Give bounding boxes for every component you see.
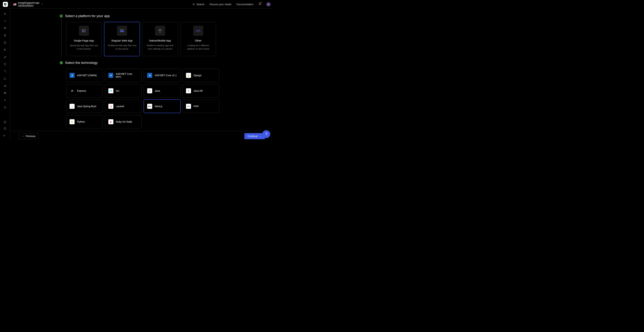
- platform-desc: Mobile or desktop app that runs natively…: [145, 44, 175, 51]
- bar-chart-icon: [4, 84, 6, 87]
- svg-rect-30: [120, 31, 124, 32]
- tech-name: ASP.NET (OWIN): [77, 74, 97, 77]
- sidebar-item-forms[interactable]: [4, 77, 7, 80]
- platform-card-spa[interactable]: Single-Page App Javascript web app that …: [66, 22, 102, 56]
- platform-name: Other: [195, 39, 202, 42]
- tenant-name: livbagkfrqpjawhccglp: [18, 2, 39, 4]
- tech-card-aspnet-core-v21[interactable]: .NASP.NET Core v2.1: [144, 69, 180, 82]
- svg-rect-23: [82, 29, 86, 30]
- tech-name: Java Spring Boot: [77, 105, 96, 108]
- previous-button[interactable]: ← Previous: [19, 133, 38, 139]
- sidebar-item-organizations[interactable]: [4, 41, 7, 44]
- tech-card-nextjs[interactable]: NEXTNext.js: [144, 100, 180, 113]
- tech-card-laravel[interactable]: ◳Laravel: [105, 100, 142, 113]
- svg-rect-34: [161, 29, 161, 30]
- tech-card-aspnet-owin[interactable]: .NASP.NET (OWIN): [66, 69, 103, 82]
- expand-sidebar-button[interactable]: [2, 133, 7, 138]
- sidebar-item-security[interactable]: [4, 63, 7, 66]
- svg-rect-11: [5, 85, 5, 87]
- user-avatar[interactable]: MA: [266, 2, 270, 7]
- help-fab-button[interactable]: ?: [262, 130, 270, 138]
- tenant-switcher[interactable]: livbagkfrqpjawhccglp DEVELOPMENT ▾: [13, 2, 43, 7]
- svg-point-28: [120, 30, 121, 30]
- technology-grid: .NASP.NET (OWIN) .NASP.NET Core MVC .NAS…: [66, 69, 274, 128]
- sidebar-bottom: ?: [4, 121, 7, 141]
- platform-icon-wrap: [193, 26, 203, 36]
- nextjs-icon: NEXT: [147, 104, 152, 109]
- tech-card-java-ee[interactable]: ☕Java EE: [182, 84, 219, 98]
- users-icon: [4, 48, 6, 51]
- tech-card-go[interactable]: GOGo: [105, 84, 142, 98]
- sidebar-item-marketplace[interactable]: [4, 91, 7, 95]
- tech-card-python[interactable]: 🐍Python: [66, 115, 103, 128]
- brush-icon: [4, 56, 6, 59]
- search-button[interactable]: Search: [192, 3, 204, 6]
- svg-rect-13: [4, 92, 5, 93]
- svg-line-38: [198, 30, 198, 32]
- sidebar-item-getting-started[interactable]: [4, 12, 7, 16]
- dotnet-icon: .N: [108, 73, 113, 78]
- tech-name: Next.js: [155, 105, 162, 108]
- laravel-icon: ◳: [108, 104, 114, 109]
- sidebar-item-monitoring[interactable]: [4, 84, 7, 87]
- footer-bar: ← Previous Continue →: [10, 131, 274, 141]
- sidebar-item-authentication[interactable]: [4, 34, 7, 37]
- shield-icon: [4, 3, 7, 6]
- js-icon: JS: [70, 88, 74, 93]
- flow-icon: [4, 70, 6, 73]
- plug-icon: [4, 99, 6, 102]
- sidebar-item-actions[interactable]: [4, 70, 7, 73]
- tech-card-express[interactable]: JSExpress: [66, 84, 103, 98]
- svg-rect-15: [4, 93, 5, 94]
- tech-card-aspnet-core-mvc[interactable]: .NASP.NET Core MVC: [105, 69, 142, 82]
- step-technology-header: ✓ Select the technology: [60, 61, 274, 65]
- platform-icon-wrap: [155, 26, 165, 36]
- sidebar-item-extensions[interactable]: [4, 99, 7, 102]
- platform-name: Regular Web App: [112, 39, 132, 42]
- documentation-link[interactable]: Documentation: [236, 3, 253, 6]
- svg-rect-36: [160, 30, 160, 31]
- step-technology-title: Select the technology: [65, 61, 98, 65]
- svg-point-6: [4, 49, 5, 50]
- svg-rect-2: [4, 35, 6, 37]
- sidebar-item-help[interactable]: ?: [4, 121, 7, 124]
- svg-line-1: [194, 5, 195, 5]
- mobile-icon: [158, 29, 162, 33]
- sidebar-item-activity[interactable]: [4, 20, 7, 23]
- sidebar-item-feedback[interactable]: [4, 127, 7, 130]
- tech-card-django[interactable]: 🐍Django: [182, 69, 219, 82]
- notification-dot-icon: [260, 2, 262, 3]
- discuss-needs-link[interactable]: Discuss your needs: [210, 3, 232, 6]
- step-platform-header: ✓ Select a platform for your app: [60, 14, 274, 18]
- sidebar-item-settings[interactable]: [4, 106, 7, 109]
- tech-name: Java EE: [194, 89, 203, 92]
- sidebar-item-applications[interactable]: [4, 27, 7, 30]
- platform-card-native[interactable]: Native/Mobile App Mobile or desktop app …: [142, 22, 178, 56]
- chat-icon: [4, 127, 6, 130]
- code-icon: [196, 30, 200, 32]
- platform-row: Single-Page App Javascript web app that …: [66, 22, 274, 56]
- svg-rect-35: [159, 30, 160, 31]
- platform-name: Native/Mobile App: [149, 39, 171, 42]
- tech-name: Django: [194, 74, 202, 77]
- tech-card-spring[interactable]: 🍃Java Spring Boot: [66, 100, 103, 113]
- brand-logo[interactable]: [3, 2, 8, 7]
- platform-card-webapp[interactable]: Regular Web App Traditional web app that…: [104, 22, 140, 56]
- sidebar-item-branding[interactable]: [4, 55, 7, 59]
- svg-rect-3: [4, 42, 6, 44]
- shield-check-icon: [4, 63, 6, 66]
- platform-name: Single-Page App: [74, 39, 94, 42]
- tech-card-php[interactable]: phpPHP: [182, 100, 219, 113]
- rails-icon: ◆: [108, 119, 114, 124]
- tech-card-java[interactable]: ☕Java: [144, 84, 180, 98]
- dotnet-icon: .N: [147, 73, 152, 78]
- tech-card-rails[interactable]: ◆Ruby On Rails: [105, 115, 142, 128]
- previous-label: Previous: [26, 135, 36, 138]
- continue-button[interactable]: Continue →: [244, 133, 265, 139]
- svg-point-7: [6, 49, 6, 50]
- topbar-right: Search Discuss your needs Documentation …: [192, 2, 270, 7]
- platform-card-other[interactable]: Other Looking for a different platform o…: [180, 22, 216, 56]
- sidebar-item-users[interactable]: [4, 48, 7, 52]
- notifications-button[interactable]: [258, 3, 261, 6]
- chart-line-icon: [4, 20, 6, 23]
